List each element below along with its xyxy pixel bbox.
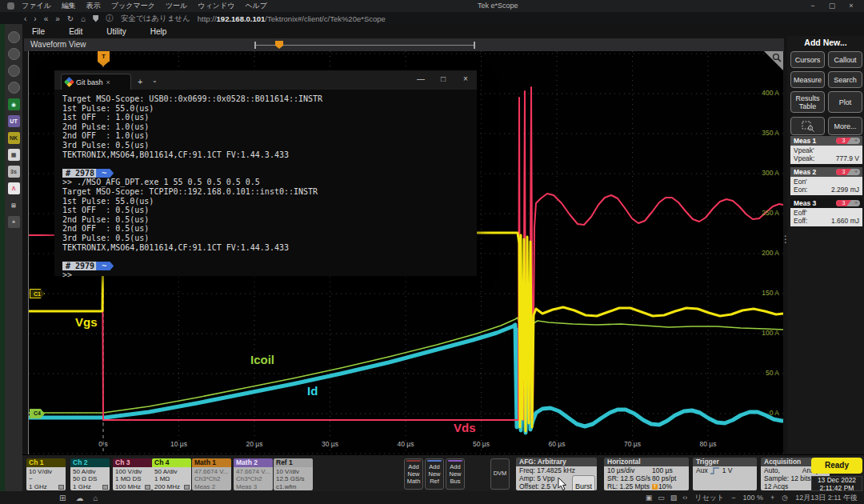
terminal-close-button[interactable]: × xyxy=(454,70,477,88)
add-plot-button[interactable]: Plot xyxy=(828,91,862,113)
horizontal-panel[interactable]: Horizontal 10 µs/div SR: 12.5 GS/s RL: 1… xyxy=(604,458,689,490)
maximize-button[interactable]: ▢ xyxy=(822,0,842,12)
terminal-titlebar[interactable]: Git bash × + ⌄ — □ × xyxy=(54,70,477,90)
close-button[interactable]: × xyxy=(842,0,861,12)
y-axis-tick: 200 A xyxy=(739,249,779,257)
fast-forward-icon[interactable]: » xyxy=(55,14,60,23)
add-new-ref-button[interactable]: AddNewRef xyxy=(425,458,444,490)
badge-ch2[interactable]: Ch 250 A/div50 Ω DS1 GHz xyxy=(70,458,110,490)
burst-button[interactable]: Burst xyxy=(572,475,595,490)
git-bash-icon xyxy=(64,77,74,87)
x-axis-tick: 10 µs xyxy=(166,440,193,448)
meas-2-badge[interactable]: Meas 23+ Eon'Eon:2.299 mJ xyxy=(790,167,862,195)
web-panel-2-icon[interactable] xyxy=(8,48,20,60)
minimize-button[interactable]: − xyxy=(803,0,822,12)
terminal-line: 2nd OFF : 0.5(us) xyxy=(62,224,477,234)
badge-math2[interactable]: Math 247.6674 V...Ch3*Ch2Meas 3 xyxy=(234,458,273,490)
tiling-icon[interactable]: ▭ xyxy=(658,494,665,502)
y-axis-tick: 250 A xyxy=(739,209,779,217)
add-measure-button[interactable]: Measure xyxy=(790,71,825,88)
panel-qr-icon[interactable]: ▦ xyxy=(8,149,20,161)
add-callout-button[interactable]: Callout xyxy=(828,51,862,68)
zoom-level[interactable]: 100 % xyxy=(742,494,763,502)
rewind-icon[interactable]: « xyxy=(44,14,49,23)
tab-close-icon[interactable]: × xyxy=(106,78,110,86)
panel-nk-icon[interactable]: NK xyxy=(8,132,20,144)
browser-menu-2[interactable]: 表示 xyxy=(86,1,101,11)
add-new-buttons: CursorsCalloutMeasureSearchResults Table… xyxy=(790,51,862,139)
meas-2-value: 2.299 mJ xyxy=(831,186,859,194)
web-panel-1-icon[interactable] xyxy=(8,31,20,43)
home-icon[interactable]: ⌂ xyxy=(93,494,98,502)
browser-menu-6[interactable]: ヘルプ xyxy=(245,1,267,11)
badge-ch4[interactable]: Ch 450 A/div1 MΩ200 MHz xyxy=(152,458,191,490)
trigger-flag-icon[interactable]: T xyxy=(98,51,110,62)
home-icon[interactable]: ⌂ xyxy=(81,14,86,23)
browser-menu-1[interactable]: 編集 xyxy=(62,1,76,11)
zoom-reset-button[interactable]: リセット xyxy=(694,493,724,503)
scope-menu-help[interactable]: Help xyxy=(150,27,167,36)
back-icon[interactable]: ‹ xyxy=(24,14,26,23)
zoom-mode-button[interactable] xyxy=(790,117,825,135)
browser-menu-3[interactable]: ブックマーク xyxy=(111,1,155,11)
terminal-line: 1st OFF : 1.0(us) xyxy=(62,113,477,122)
browser-menu-0[interactable]: ファイル xyxy=(22,1,51,11)
zoom-in-button[interactable]: + xyxy=(770,494,774,502)
meas-2-name: Meas 2 xyxy=(794,168,816,176)
panel-grid-icon[interactable]: ⊞ xyxy=(8,199,20,211)
badge-ch1[interactable]: Ch 110 V/div~1 GHz xyxy=(26,458,66,490)
zoom-out-button[interactable]: − xyxy=(731,494,735,502)
active-panel-icon[interactable]: ◉ xyxy=(8,98,20,110)
add-new-math-button[interactable]: AddNewMath xyxy=(404,458,423,490)
trigger-panel[interactable]: Trigger Aux1 V xyxy=(693,458,757,490)
horizontal-position-scrollbar[interactable] xyxy=(254,42,475,49)
add-new-bus-button[interactable]: AddNewBus xyxy=(446,458,465,490)
browser-logo-icon[interactable] xyxy=(7,2,14,10)
badge-ref1[interactable]: Ref 110 V/div12.5 GS/sc1.wfm xyxy=(274,458,313,490)
waveform-view-tab[interactable]: Waveform View xyxy=(30,40,86,49)
afg-panel[interactable]: AFG: Arbitrary Freq: 17.4825 kHz Amp: 5 … xyxy=(516,458,597,490)
terminal-line: 2nd OFF : 1.0(us) xyxy=(62,131,477,141)
panel-toggle-icon[interactable]: ⊞ xyxy=(59,494,66,502)
terminal-tab[interactable]: Git bash × xyxy=(61,74,131,90)
reload-icon[interactable]: ↻ xyxy=(67,14,74,23)
trigger-position-marker[interactable] xyxy=(275,41,283,49)
page-actions-icon[interactable]: ‹› xyxy=(682,494,687,502)
capture-icon[interactable]: ▣ xyxy=(646,494,653,502)
sync-cloud-icon[interactable]: ☁ xyxy=(75,494,83,502)
browser-menu-4[interactable]: ツール xyxy=(166,1,187,11)
web-panel-3-icon[interactable] xyxy=(8,65,20,77)
add-search-button[interactable]: Search xyxy=(828,71,862,88)
badge-row-text: 100 MHz xyxy=(115,483,141,490)
scope-menu-utility[interactable]: Utility xyxy=(106,27,126,36)
panel-3s-icon[interactable]: 3s xyxy=(8,166,20,178)
web-panel-4-icon[interactable] xyxy=(8,82,20,94)
panel-a-icon[interactable]: Λ xyxy=(8,182,20,194)
new-tab-button[interactable]: + xyxy=(138,77,142,86)
terminal-window[interactable]: Git bash × + ⌄ — □ × Target MSO-Scope: U… xyxy=(54,70,477,276)
badge-row: ~ xyxy=(29,475,64,482)
tab-dropdown-icon[interactable]: ⌄ xyxy=(152,77,158,84)
terminal-minimize-button[interactable]: — xyxy=(410,70,432,88)
url-field[interactable]: http://192.168.0.101/Tektronix#/client/c… xyxy=(198,14,386,23)
browser-menu-5[interactable]: ウィンドウ xyxy=(198,1,234,11)
meas-1-badge[interactable]: Meas 13+ Vpeak'Vpeak:777.9 V xyxy=(790,136,862,164)
dvm-button[interactable]: DVM xyxy=(490,458,510,490)
panel-ut-icon[interactable]: UT xyxy=(8,115,20,127)
scope-menu-edit[interactable]: Edit xyxy=(69,27,82,36)
more-button[interactable]: More... xyxy=(828,117,862,135)
add-cursors-button[interactable]: Cursors xyxy=(790,51,825,68)
forward-icon[interactable]: › xyxy=(34,14,36,23)
images-toggle-icon[interactable]: ▨ xyxy=(670,494,678,502)
info-icon[interactable]: ⓘ xyxy=(106,14,114,24)
add-results-table-button[interactable]: Results Table xyxy=(790,91,825,113)
panel-add-icon[interactable]: + xyxy=(8,216,20,228)
badge-math1[interactable]: Math 147.6674 V...Ch3*Ch2Meas 2 xyxy=(192,458,231,490)
badge-ch3[interactable]: Ch 3100 V/div1 MΩ DS100 MHz xyxy=(113,458,152,490)
browser-statusbar: ⊞☁⌂ ▣▭▨‹› リセット − 100 % + ◷ 12月13日 2:11 午… xyxy=(0,491,864,504)
terminal-maximize-button[interactable]: □ xyxy=(432,70,454,88)
badge-row: 100 V/div xyxy=(115,468,150,475)
scope-menu-file[interactable]: File xyxy=(32,27,45,36)
meas-3-badge[interactable]: Meas 33+ Eoff'Eoff:1.660 mJ xyxy=(790,198,862,226)
terminal-output[interactable]: Target MSO-Scope: USB0::0x0699::0x0528::… xyxy=(54,90,477,276)
